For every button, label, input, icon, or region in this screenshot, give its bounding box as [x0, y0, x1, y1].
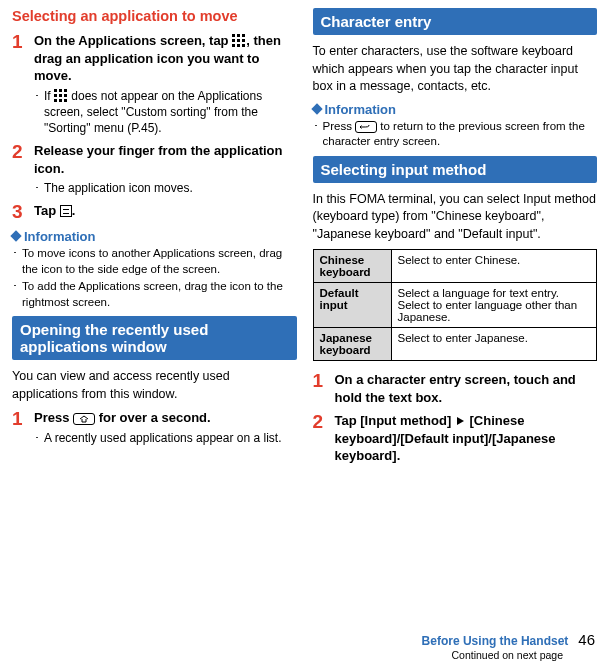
back-key-icon — [355, 121, 377, 133]
paragraph: You can view and access recently used ap… — [12, 368, 297, 403]
text: . — [72, 203, 76, 218]
step-r2: 2 Tap [Input method] [Chinese keyboard]/… — [313, 412, 598, 465]
table-cell-label: Japanese keyboard — [313, 328, 391, 361]
step-r1: 1 On a character entry screen, touch and… — [313, 371, 598, 406]
footer-continued: Continued on next page — [14, 649, 595, 661]
text: does not appear on the Applications scre… — [44, 89, 262, 135]
step-2-heading: Release your finger from the application… — [34, 142, 297, 177]
table-row: Chinese keyboard Select to enter Chinese… — [313, 250, 597, 283]
step-r1-heading: On a character entry screen, touch and h… — [335, 371, 598, 406]
left-column: Selecting an application to move 1 On th… — [12, 8, 297, 471]
apps-grid-icon — [54, 89, 68, 101]
step-b1: 1 Press for over a second. ･ A recently … — [12, 409, 297, 446]
step-number: 2 — [12, 142, 34, 196]
step-b1-heading: Press for over a second. — [34, 409, 297, 427]
info-item: ･To add the Applications screen, drag th… — [12, 279, 297, 310]
text: for over a second. — [95, 410, 211, 425]
text: To add the Applications screen, drag the… — [22, 279, 297, 310]
right-column: Character entry To enter characters, use… — [313, 8, 598, 471]
text: Information — [24, 229, 96, 244]
text: If — [44, 89, 54, 103]
step-r2-heading: Tap [Input method] [Chinese keyboard]/[D… — [335, 412, 598, 465]
text: Press — [34, 410, 73, 425]
heading-character-entry: Character entry — [313, 8, 598, 35]
text: The application icon moves. — [44, 180, 297, 196]
text: On the Applications screen, tap — [34, 33, 232, 48]
step-number: 2 — [313, 412, 335, 465]
info-item: ･ Press to return to the previous screen… — [313, 119, 598, 150]
table-row: Default input Select a language for text… — [313, 283, 597, 328]
info-item: ･To move icons to another Applications s… — [12, 246, 297, 277]
step-number: 1 — [313, 371, 335, 406]
step-number: 1 — [12, 32, 34, 136]
table-cell-value: Select to enter Chinese. — [391, 250, 597, 283]
diamond-icon — [10, 231, 21, 242]
text: Tap [Input method] — [335, 413, 455, 428]
step-3-heading: Tap . — [34, 202, 297, 220]
heading-selecting-input-method: Selecting input method — [313, 156, 598, 183]
text: Press — [323, 120, 356, 132]
step-3: 3 Tap . — [12, 202, 297, 223]
step-1: 1 On the Applications screen, tap , then… — [12, 32, 297, 136]
paragraph: In this FOMA terminal, you can select In… — [313, 191, 598, 244]
section-title-selecting-app: Selecting an application to move — [12, 8, 297, 24]
table-cell-value: Select a language for text entry. Select… — [391, 283, 597, 328]
step-number: 3 — [12, 202, 34, 223]
step-1-bullet: ･ If does not appear on the Applications… — [34, 88, 297, 137]
apps-grid-icon — [232, 34, 246, 46]
step-1-heading: On the Applications screen, tap , then d… — [34, 32, 297, 85]
text: Tap — [34, 203, 60, 218]
menu-icon — [60, 205, 72, 217]
paragraph: To enter characters, use the software ke… — [313, 43, 598, 96]
table-cell-label: Chinese keyboard — [313, 250, 391, 283]
text: Information — [325, 102, 397, 117]
step-2: 2 Release your finger from the applicati… — [12, 142, 297, 196]
arrow-right-icon — [457, 417, 464, 425]
heading-opening-recent-apps: Opening the recently used applications w… — [12, 316, 297, 360]
table-row: Japanese keyboard Select to enter Japane… — [313, 328, 597, 361]
step-2-bullet: ･ The application icon moves. — [34, 180, 297, 196]
input-methods-table: Chinese keyboard Select to enter Chinese… — [313, 249, 598, 361]
home-key-icon — [73, 413, 95, 425]
information-heading: Information — [313, 102, 598, 117]
footer-page-number: 46 — [578, 631, 595, 648]
table-cell-value: Select to enter Japanese. — [391, 328, 597, 361]
step-b1-bullet: ･ A recently used applications appear on… — [34, 430, 297, 446]
text: A recently used applications appear on a… — [44, 430, 297, 446]
footer-section-name: Before Using the Handset — [422, 634, 569, 648]
step-number: 1 — [12, 409, 34, 446]
page-content: Selecting an application to move 1 On th… — [0, 0, 609, 471]
text: To move icons to another Applications sc… — [22, 246, 297, 277]
diamond-icon — [311, 103, 322, 114]
page-footer: Before Using the Handset 46 Continued on… — [0, 631, 609, 661]
information-heading: Information — [12, 229, 297, 244]
table-cell-label: Default input — [313, 283, 391, 328]
